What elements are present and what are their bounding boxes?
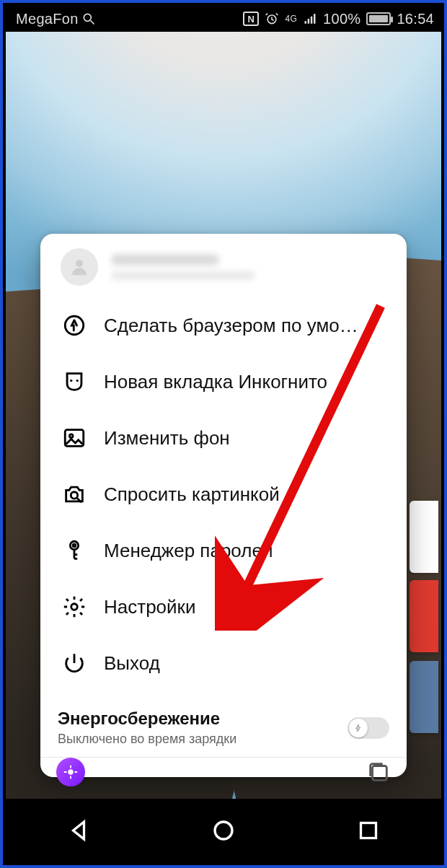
avatar bbox=[61, 248, 98, 286]
status-right: N 4G 100% 16:54 bbox=[243, 11, 434, 27]
menu-item-set-default-browser[interactable]: Сделать браузером по умо… bbox=[40, 297, 407, 354]
svg-point-17 bbox=[215, 822, 232, 839]
svg-point-5 bbox=[70, 380, 72, 382]
tabs-icon[interactable] bbox=[366, 760, 391, 784]
browser-home: Сделать браузером по умо… Новая вкладка … bbox=[6, 32, 441, 799]
menu-item-label: Сделать браузером по умо… bbox=[104, 315, 358, 337]
clock: 16:54 bbox=[397, 11, 434, 27]
nav-home-button[interactable] bbox=[206, 813, 241, 848]
svg-point-6 bbox=[76, 380, 79, 382]
status-left: MegaFon bbox=[16, 11, 96, 27]
menu-item-label: Настройки bbox=[104, 596, 196, 618]
battery-percent: 100% bbox=[323, 11, 360, 27]
key-icon bbox=[62, 538, 87, 563]
network-label: 4G bbox=[285, 14, 297, 23]
alarm-icon bbox=[265, 12, 279, 26]
incognito-icon bbox=[62, 369, 87, 394]
svg-rect-15 bbox=[373, 766, 387, 781]
profile-row[interactable] bbox=[40, 234, 407, 293]
profile-text bbox=[111, 254, 255, 280]
side-tab-red[interactable] bbox=[410, 580, 438, 652]
menu-list: Сделать браузером по умо… Новая вкладка … bbox=[40, 293, 407, 694]
svg-point-12 bbox=[73, 544, 76, 547]
svg-point-3 bbox=[76, 260, 83, 267]
power-icon bbox=[62, 651, 87, 675]
bolt-icon bbox=[354, 722, 363, 734]
signal-icon bbox=[303, 12, 317, 26]
menu-item-label: Изменить фон bbox=[104, 427, 230, 450]
menu-item-incognito-tab[interactable]: Новая вкладка Инкогнито bbox=[40, 354, 407, 410]
svg-line-1 bbox=[90, 21, 94, 25]
bottom-toolbar-peek bbox=[40, 757, 407, 786]
energy-subtitle: Выключено во время зарядки bbox=[58, 732, 236, 747]
device-frame: MegaFon N 4G 100% 16:54 bbox=[0, 0, 447, 868]
side-tab-white[interactable] bbox=[410, 501, 438, 573]
yandex-icon bbox=[62, 313, 87, 338]
voice-search-button[interactable] bbox=[56, 758, 85, 786]
image-icon bbox=[62, 426, 87, 450]
nav-back-button[interactable] bbox=[61, 813, 96, 848]
menu-item-label: Новая вкладка Инкогнито bbox=[104, 371, 327, 393]
battery-icon bbox=[366, 12, 391, 25]
menu-item-search-by-image[interactable]: Спросить картинкой bbox=[40, 466, 407, 522]
menu-item-change-background[interactable]: Изменить фон bbox=[40, 410, 407, 466]
svg-rect-18 bbox=[361, 823, 376, 838]
menu-item-label: Выход bbox=[104, 652, 160, 675]
menu-item-exit[interactable]: Выход bbox=[40, 635, 407, 691]
energy-title: Энергосбережение bbox=[58, 709, 236, 729]
menu-item-label: Спросить картинкой bbox=[104, 483, 280, 506]
nfc-icon: N bbox=[243, 12, 259, 26]
nav-recents-button[interactable] bbox=[351, 813, 386, 848]
side-tab-blue[interactable] bbox=[410, 661, 438, 733]
carrier-label: MegaFon bbox=[16, 11, 79, 27]
profile-email-blurred bbox=[111, 271, 255, 280]
menu-item-password-manager[interactable]: Менеджер паролей bbox=[40, 522, 407, 579]
energy-toggle[interactable] bbox=[348, 717, 389, 739]
status-bar: MegaFon N 4G 100% 16:54 bbox=[6, 6, 441, 32]
camera-search-icon bbox=[62, 482, 87, 507]
menu-item-label: Менеджер паролей bbox=[104, 540, 273, 562]
svg-point-13 bbox=[71, 604, 78, 610]
profile-name-blurred bbox=[111, 254, 219, 266]
menu-item-settings[interactable]: Настройки bbox=[40, 579, 407, 635]
browser-menu-popup: Сделать браузером по умо… Новая вкладка … bbox=[40, 234, 407, 777]
gear-icon bbox=[62, 595, 87, 619]
svg-point-8 bbox=[69, 434, 73, 438]
energy-text: Энергосбережение Выключено во время заря… bbox=[58, 709, 236, 747]
energy-saving-row[interactable]: Энергосбережение Выключено во время заря… bbox=[40, 700, 407, 757]
svg-point-14 bbox=[68, 769, 73, 774]
svg-point-9 bbox=[71, 492, 77, 499]
svg-point-0 bbox=[84, 14, 91, 21]
svg-point-11 bbox=[70, 541, 78, 549]
search-icon bbox=[81, 12, 96, 26]
android-nav-bar bbox=[6, 799, 441, 862]
